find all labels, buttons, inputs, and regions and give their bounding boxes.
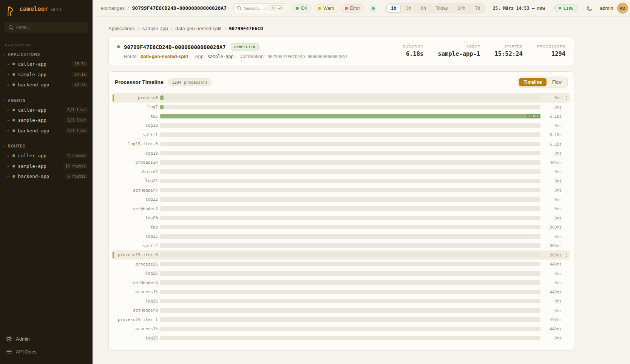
timeline-row[interactable]: setHeader8 0ms ⋮ [112,278,570,287]
timeline-row[interactable]: split2 960ms ⋮ [112,241,570,250]
sidebar-filter[interactable] [5,22,88,33]
avatar: AD [617,3,628,14]
breadcrumb-separator: / [224,26,226,31]
nav-item[interactable]: ▸ backend-app 6 routes [0,171,93,182]
nav-section-header[interactable]: ▾ AGENTS [0,97,93,105]
stat-label: AGENT [466,44,480,48]
breadcrumb-separator: / [128,5,129,11]
status-filter-chip[interactable]: Warn [315,4,338,12]
timeline-row[interactable]: process15-iter-1 440ms ⋮ [112,315,570,324]
breadcrumb-route[interactable]: data-gen-nested-split [175,26,221,31]
timeline-row[interactable]: log20 0ms ⋮ [112,213,570,223]
extra-status-filter[interactable] [369,5,377,12]
time-range-button[interactable]: Today [431,4,452,12]
timeline-row[interactable]: log26 0ms ⋮ [112,333,570,343]
exchange-meta: Route: data-gen-nested-split · App: samp… [124,54,347,59]
main: exchanges / 90799F47E6CD24D-000000000000… [93,0,630,364]
breadcrumb-separator: / [138,26,139,31]
route-link[interactable]: data-gen-nested-split [141,54,188,59]
nav-item[interactable]: ▸ sample-app 16 routes [0,161,93,172]
status-filter-chip[interactable]: OK [292,4,312,12]
exchange-stat: DURATION 6.18s [403,44,423,57]
timeline-row[interactable]: to5 6.18s 6.18s ⋮ [112,112,570,121]
timeline-row[interactable]: log18 0ms ⋮ [112,121,570,131]
timeline-row[interactable]: process15-iter-0 960ms ⋮ [112,250,570,260]
timeline-row[interactable]: log19-iter-0 6.18s ⋮ [112,140,570,149]
date-range-text[interactable]: 25. März 14:53 — now [493,6,545,11]
time-range-button[interactable]: 24h [453,4,470,12]
timeline-row[interactable]: setHeader8 0ms ⋮ [112,306,570,315]
user-menu[interactable]: admin AD [600,3,628,14]
processor-name: log18 [116,123,158,128]
timeline-row[interactable]: split1 6.18s ⋮ [112,130,570,140]
timeline-row[interactable]: log19 0ms ⋮ [112,149,570,158]
timeline-row[interactable]: log7 0ms ⋮ [112,103,570,112]
processor-name: process15-iter-0 [116,252,158,257]
nav-item[interactable]: ▸ backend-app 32.2k [0,80,93,90]
processor-duration: 6.18s [543,132,562,137]
live-toggle[interactable]: LIVE [554,5,578,12]
timeline-row[interactable]: process15 440ms ⋮ [112,260,570,269]
nav-item-label: sample-app [18,72,46,77]
timeline-row[interactable]: setHeader7 0ms ⋮ [112,186,570,195]
status-filter-chip[interactable]: Error [341,4,364,12]
nav-item[interactable]: ▸ caller-app 10.7k [0,59,93,69]
timeline-row[interactable]: process6 0ms ⋮ [112,93,570,103]
nav-section-header[interactable]: ▾ APPLICATIONS [0,51,93,59]
nav-item[interactable]: ▸ sample-app 84.1k [0,69,93,80]
topbar: exchanges / 90799F47E6CD24D-000000000000… [93,0,630,17]
time-range-button[interactable]: 7d [471,4,485,12]
chevron-right-icon: ▸ [8,72,9,76]
breadcrumb-sample-app[interactable]: sample-app [142,26,168,31]
timeline-row[interactable]: setHeader7 0ms ⋮ [112,204,570,213]
nav-item[interactable]: ▸ sample-app 1/1 live [0,115,93,126]
time-range-button[interactable]: 6h [417,4,431,12]
timeline-row[interactable]: log22 0ms ⋮ [112,177,570,186]
processor-duration: 383ms [543,160,562,165]
timeline-track: 6.18s [160,114,540,118]
breadcrumb-section-link[interactable]: exchanges [101,5,125,11]
timeline-row[interactable]: log26 0ms ⋮ [112,296,570,306]
search-box[interactable]: Ctrl+K [233,3,287,13]
nav-section-items: ▸ caller-app 4 routes ▸ sample-app 16 ro… [0,151,93,182]
timeline-track [160,234,540,239]
sidebar-item-api-docs[interactable]: API Docs [2,346,90,357]
timeline-view-button[interactable]: Timeline [519,78,546,86]
time-range-button[interactable]: 3h [401,4,415,12]
breadcrumb-applications[interactable]: Applications [108,26,135,31]
sidebar-item-admin[interactable]: Admin [2,333,90,344]
kebab-menu-icon[interactable]: ⋮ [564,95,568,100]
timeline-row[interactable]: choice2 0ms ⋮ [112,167,570,177]
status-dot [12,73,15,76]
flow-view-button[interactable]: Flow [548,78,566,86]
timeline-row[interactable]: to9 960ms ⋮ [112,223,570,232]
processor-name: setHeader7 [116,188,158,193]
timeline-row[interactable]: process15 440ms ⋮ [112,324,570,334]
filter-input[interactable] [16,25,84,30]
timeline-row[interactable]: process15 440ms ⋮ [112,287,570,297]
nav-item[interactable]: ▸ caller-app 4 routes [0,151,93,161]
app-value: sample-app [207,54,233,59]
nav-item[interactable]: ▸ backend-app 1/1 live [0,126,93,136]
timeline-track [160,179,540,183]
timeline-row[interactable]: log26 0ms ⋮ [112,269,570,278]
app-logo[interactable]: cameleer v3.2.1 [0,5,93,22]
breadcrumb-exchange-id: 90799F47E6CD24D-00000000000028A7 [132,5,227,11]
nav-item-badge: 4 routes [65,153,88,158]
timeline-track [160,271,540,276]
processor-duration: 0ms [543,179,562,183]
nav-item[interactable]: ▸ caller-app 1/1 live [0,105,93,115]
processor-name: log25 [116,234,158,239]
search-input[interactable] [244,6,265,11]
dark-mode-toggle[interactable] [587,5,593,11]
timeline-row[interactable]: log25 0ms ⋮ [112,232,570,241]
time-range-button[interactable]: 1h [386,4,401,12]
kebab-menu-icon[interactable]: ⋮ [564,252,568,257]
status-dot [12,83,15,86]
timeline-row[interactable]: log22 0ms ⋮ [112,195,570,204]
timeline-row[interactable]: process14 383ms ⋮ [112,158,570,167]
processor-name: log22 [116,197,158,202]
nav-item-badge: 1/1 live [65,117,88,123]
nav-item-badge: 1/1 live [65,128,88,134]
nav-section-header[interactable]: ▾ ROUTES [0,143,93,151]
